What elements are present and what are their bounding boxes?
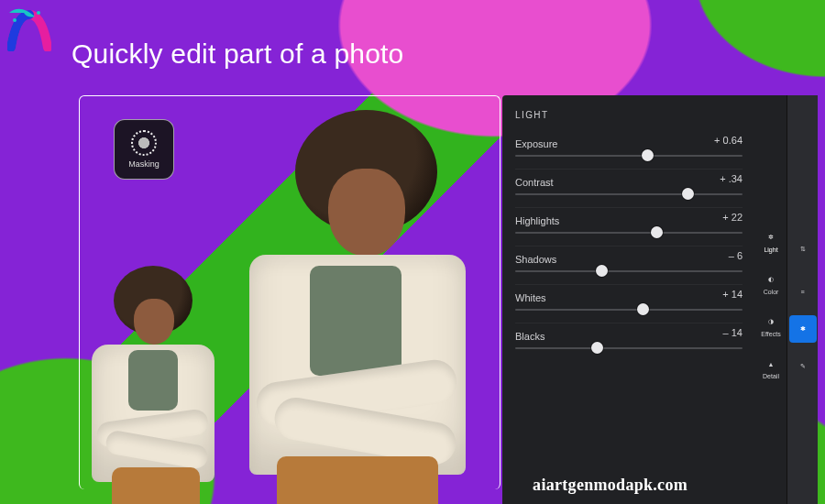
brush-tool-icon: ✎ xyxy=(797,360,809,373)
light-sliders-group: LIGHT Exposure+ 0.64Contrast+ .34Highlig… xyxy=(502,95,755,504)
slider-value: – 6 xyxy=(729,250,742,261)
masking-label: Masking xyxy=(128,159,160,169)
slider-thumb[interactable] xyxy=(651,226,663,238)
watermark: aiartgenmodapk.com xyxy=(533,476,688,495)
masking-icon xyxy=(131,130,157,156)
app-logo xyxy=(7,7,51,51)
light-tool-icon: ✲ xyxy=(764,231,777,244)
gear-tool[interactable]: ✱ xyxy=(789,315,817,343)
photo-subject-main xyxy=(220,110,495,504)
adjust-tool[interactable]: ⇅ xyxy=(790,231,816,268)
slider-highlights[interactable]: Highlights+ 22 xyxy=(515,210,742,247)
headline: Quickly edit part of a photo xyxy=(72,38,403,70)
slider-thumb[interactable] xyxy=(596,265,608,277)
slider-thumb[interactable] xyxy=(642,149,654,161)
slider-thumb[interactable] xyxy=(682,188,694,200)
light-tool-label: Light xyxy=(764,247,777,253)
sliders-tool[interactable]: ≡ xyxy=(790,273,816,310)
svg-point-1 xyxy=(37,11,40,15)
slider-track xyxy=(515,347,742,349)
color-tool-label: Color xyxy=(764,289,779,295)
slider-thumb[interactable] xyxy=(637,303,649,315)
slider-exposure[interactable]: Exposure+ 0.64 xyxy=(515,133,742,170)
slider-track xyxy=(515,155,742,157)
sliders-tool-icon: ≡ xyxy=(797,285,809,298)
slider-value: + 0.64 xyxy=(714,135,742,146)
light-tool[interactable]: ✲Light xyxy=(758,224,784,260)
masking-button[interactable]: Masking xyxy=(114,119,174,180)
slider-value: + .34 xyxy=(720,173,742,184)
tool-column-actions: ⇅≡✱✎ xyxy=(786,95,818,504)
slider-track xyxy=(515,232,742,234)
slider-label: Highlights xyxy=(515,215,559,226)
gear-tool-icon: ✱ xyxy=(797,323,809,335)
slider-label: Contrast xyxy=(515,177,554,188)
slider-track xyxy=(515,270,742,272)
color-tool[interactable]: ◐Color xyxy=(758,266,784,302)
slider-label: Whites xyxy=(515,292,546,303)
adjust-tool-icon: ⇅ xyxy=(797,243,809,256)
effects-tool[interactable]: ◑Effects xyxy=(758,308,784,345)
detail-tool-label: Detail xyxy=(763,373,779,379)
slider-label: Blacks xyxy=(515,331,544,342)
slider-track xyxy=(515,309,742,311)
slider-value: + 14 xyxy=(722,289,742,300)
slider-thumb[interactable] xyxy=(591,342,603,354)
slider-value: – 14 xyxy=(723,327,742,338)
slider-blacks[interactable]: Blacks– 14 xyxy=(515,325,742,362)
tool-column-categories: ✲Light◐Color◑Effects▲Detail xyxy=(755,95,786,504)
svg-point-0 xyxy=(13,18,16,22)
slider-track xyxy=(515,193,742,195)
slider-shadows[interactable]: Shadows– 6 xyxy=(515,248,742,285)
detail-tool[interactable]: ▲Detail xyxy=(758,350,784,387)
color-tool-icon: ◐ xyxy=(764,273,777,286)
edit-panel: LIGHT Exposure+ 0.64Contrast+ .34Highlig… xyxy=(502,95,818,504)
slider-contrast[interactable]: Contrast+ .34 xyxy=(515,171,742,208)
slider-label: Exposure xyxy=(515,138,557,149)
effects-tool-icon: ◑ xyxy=(764,315,777,328)
panel-title: LIGHT xyxy=(515,110,742,120)
detail-tool-icon: ▲ xyxy=(764,357,777,370)
slider-whites[interactable]: Whites+ 14 xyxy=(515,287,742,323)
slider-value: + 22 xyxy=(722,212,742,223)
brush-tool[interactable]: ✎ xyxy=(790,348,816,385)
slider-label: Shadows xyxy=(515,254,556,265)
photo-subject-thumbnail xyxy=(86,266,222,504)
effects-tool-label: Effects xyxy=(761,331,780,337)
